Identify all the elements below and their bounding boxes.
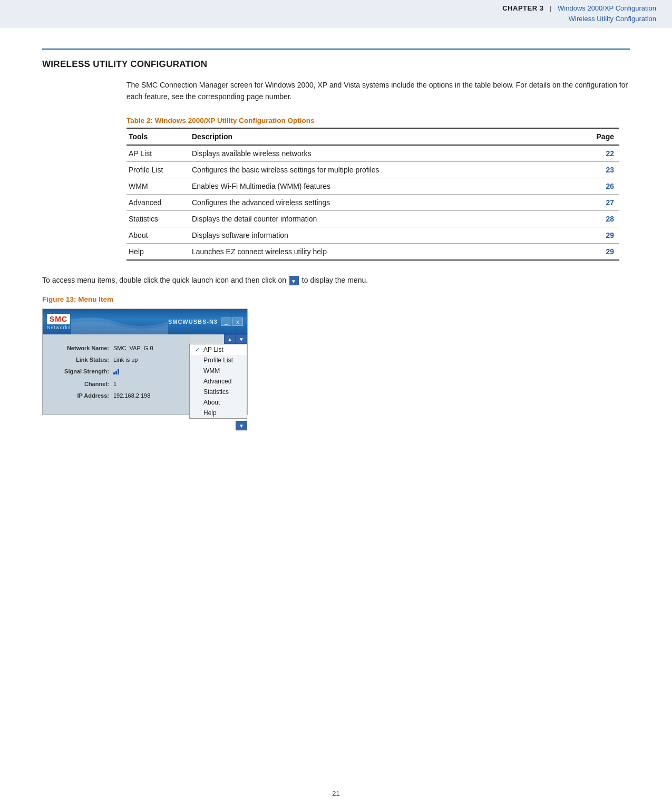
body-text-main: To access menu items, double click the q… — [42, 276, 286, 284]
body-text-suffix: to display the menu. — [302, 276, 368, 284]
info-row-network-name: Network Name: SMC_VAP_G 0 — [51, 345, 181, 351]
screenshot-container: SMC Networks SMCWUSBS-N3 _ x Network — [42, 309, 248, 415]
info-label-ip-address: IP Address: — [51, 392, 109, 399]
cell-description-6: Launches EZ connect wireless utility hel… — [190, 243, 593, 260]
menu-item-label-3: Advanced — [203, 378, 231, 385]
table-row: AboutDisplays software information29 — [126, 227, 619, 243]
info-value-channel: 1 — [113, 381, 181, 387]
dropdown-triggers-row: ▲ ▼ — [224, 334, 247, 344]
cell-description-4: Displays the detail counter information — [190, 210, 593, 227]
signal-bars-icon — [113, 368, 119, 374]
signal-bar-2 — [115, 371, 117, 374]
intro-text: The SMC Connection Manager screen for Wi… — [126, 79, 630, 103]
info-value-ip-address: 192.168.2.198 — [113, 392, 181, 399]
page-footer: – 21 – — [0, 790, 672, 797]
col-header-page: Page — [593, 128, 619, 145]
section-divider — [42, 49, 630, 50]
info-label-signal-strength: Signal Strength: — [51, 368, 109, 376]
wave-svg — [71, 309, 168, 334]
col-header-description: Description — [190, 128, 593, 145]
dropdown-trigger-up[interactable]: ▲ — [224, 334, 236, 344]
info-value-link-status: Link is up — [113, 357, 181, 363]
page-header: CHAPTER 3 | Windows 2000/XP Configuratio… — [0, 0, 672, 27]
smc-networks-text: Networks — [47, 325, 71, 330]
footer-text: – 21 – — [326, 790, 345, 797]
header-title-line2: Wireless Utility Configuration — [569, 14, 656, 24]
cell-page-3[interactable]: 27 — [593, 194, 619, 210]
toolbar-minimize-btn[interactable]: _ — [221, 318, 231, 326]
cell-page-0[interactable]: 22 — [593, 145, 619, 162]
cell-page-1[interactable]: 23 — [593, 161, 619, 178]
menu-item-about[interactable]: About — [190, 397, 247, 408]
smc-toolbar: SMC Networks SMCWUSBS-N3 _ x — [43, 309, 247, 334]
header-title-line1: Windows 2000/XP Configuration — [558, 4, 656, 12]
table-row: AdvancedConfigures the advanced wireless… — [126, 194, 619, 210]
dropdown-bottom-arrow[interactable]: ▼ — [236, 421, 247, 430]
menu-item-advanced[interactable]: Advanced — [190, 376, 247, 387]
dropdown-overlay: ▲ ▼ ✓AP ListProfile ListWMMAdvancedStati… — [189, 334, 247, 430]
menu-item-ap-list[interactable]: ✓AP List — [190, 344, 247, 355]
dropdown-inline-icon — [289, 276, 299, 285]
table-row: AP ListDisplays available wireless netwo… — [126, 145, 619, 162]
info-row-ip-address: IP Address: 192.168.2.198 — [51, 392, 181, 399]
signal-bar-3 — [118, 369, 119, 374]
cell-description-0: Displays available wireless networks — [190, 145, 593, 162]
smc-main-area: Network Name: SMC_VAP_G 0 Link Status: L… — [43, 334, 247, 415]
body-text-before-menu: To access menu items, double click the q… — [42, 274, 630, 286]
cell-tools-3: Advanced — [126, 194, 190, 210]
cell-tools-1: Profile List — [126, 161, 190, 178]
cell-tools-0: AP List — [126, 145, 190, 162]
table-row: WMMEnables Wi-Fi Multimedia (WMM) featur… — [126, 178, 619, 194]
info-row-link-status: Link Status: Link is up — [51, 357, 181, 363]
table-row: StatisticsDisplays the detail counter in… — [126, 210, 619, 227]
menu-item-profile-list[interactable]: Profile List — [190, 355, 247, 365]
cell-description-1: Configures the basic wireless settings f… — [190, 161, 593, 178]
cell-tools-4: Statistics — [126, 210, 190, 227]
menu-item-label-5: About — [203, 399, 220, 406]
info-value-signal-strength — [113, 368, 181, 376]
menu-item-label-0: AP List — [203, 346, 223, 353]
cell-page-5[interactable]: 29 — [593, 227, 619, 243]
info-label-link-status: Link Status: — [51, 357, 109, 363]
table-row: HelpLaunches EZ connect wireless utility… — [126, 243, 619, 260]
menu-item-help[interactable]: Help — [190, 408, 247, 418]
menu-item-statistics[interactable]: Statistics — [190, 387, 247, 397]
info-value-network-name: SMC_VAP_G 0 — [113, 345, 181, 351]
smc-toolbar-icons: _ x — [221, 318, 243, 326]
info-label-network-name: Network Name: — [51, 345, 109, 351]
info-row-signal-strength: Signal Strength: — [51, 368, 181, 376]
config-table: Tools Description Page AP ListDisplays a… — [126, 128, 619, 261]
smc-logo-box: SMC — [47, 314, 70, 324]
col-header-tools: Tools — [126, 128, 190, 145]
cell-tools-6: Help — [126, 243, 190, 260]
cell-tools-5: About — [126, 227, 190, 243]
menu-item-label-6: Help — [203, 409, 217, 417]
cell-description-2: Enables Wi-Fi Multimedia (WMM) features — [190, 178, 593, 194]
cell-page-2[interactable]: 26 — [593, 178, 619, 194]
check-icon-0: ✓ — [195, 347, 201, 353]
section-heading: Wireless Utility Configuration — [42, 59, 630, 70]
cell-description-3: Configures the advanced wireless setting… — [190, 194, 593, 210]
info-row-channel: Channel: 1 — [51, 381, 181, 387]
smc-logo-area: SMC Networks — [47, 314, 71, 330]
table-row: Profile ListConfigures the basic wireles… — [126, 161, 619, 178]
toolbar-close-btn[interactable]: x — [232, 318, 243, 326]
menu-item-label-1: Profile List — [203, 357, 233, 364]
table-caption: Table 2: Windows 2000/XP Utility Configu… — [126, 117, 630, 124]
cell-page-6[interactable]: 29 — [593, 243, 619, 260]
header-right: CHAPTER 3 | Windows 2000/XP Configuratio… — [502, 3, 656, 24]
figure-caption: Figure 13: Menu Item — [42, 295, 630, 303]
menu-item-wmm[interactable]: WMM — [190, 365, 247, 376]
cell-description-5: Displays software information — [190, 227, 593, 243]
table-header-row: Tools Description Page — [126, 128, 619, 145]
page-content: Wireless Utility Configuration The SMC C… — [0, 27, 672, 447]
smc-wave-decoration — [71, 309, 168, 334]
dropdown-menu: ✓AP ListProfile ListWMMAdvancedStatistic… — [189, 344, 247, 419]
smc-info-panel: Network Name: SMC_VAP_G 0 Link Status: L… — [43, 334, 190, 415]
smc-logo-text: SMC — [50, 315, 67, 323]
dropdown-trigger-down[interactable]: ▼ — [236, 334, 247, 344]
info-label-channel: Channel: — [51, 381, 109, 387]
signal-bar-1 — [113, 372, 115, 374]
smc-device-name: SMCWUSBS-N3 — [168, 319, 218, 325]
cell-page-4[interactable]: 28 — [593, 210, 619, 227]
